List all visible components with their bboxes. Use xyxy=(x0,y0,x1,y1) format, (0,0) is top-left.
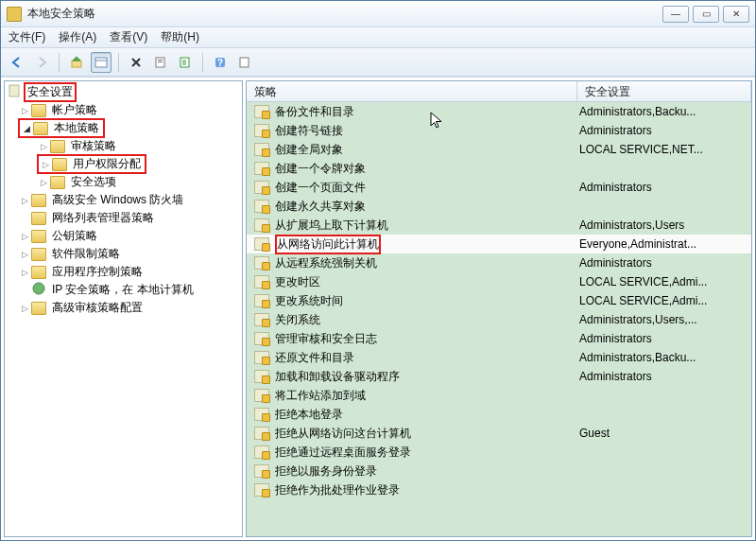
forward-button[interactable] xyxy=(31,52,52,73)
policy-row[interactable]: 拒绝通过远程桌面服务登录 xyxy=(247,443,751,462)
refresh-button[interactable] xyxy=(175,52,196,73)
column-policy[interactable]: 策略 xyxy=(247,81,577,101)
policy-row[interactable]: 加载和卸载设备驱动程序Administrators xyxy=(247,367,751,386)
policy-list[interactable]: 备份文件和目录Administrators,Backu...创建符号链接Admi… xyxy=(247,102,751,536)
tree-node[interactable]: ▷高级审核策略配置 xyxy=(5,299,242,317)
back-button[interactable] xyxy=(7,52,27,73)
policy-label: 创建全局对象 xyxy=(275,142,579,158)
svg-text:?: ? xyxy=(217,58,223,68)
policy-value: LOCAL SERVICE,Admi... xyxy=(579,294,751,307)
policy-row[interactable]: 管理审核和安全日志Administrators xyxy=(247,329,751,348)
tree-node[interactable]: ▷审核策略 xyxy=(5,137,242,155)
policy-row[interactable]: 关闭系统Administrators,Users,... xyxy=(247,310,751,329)
tree-node[interactable]: ▷公钥策略 xyxy=(5,227,242,245)
folder-icon xyxy=(31,212,46,225)
tree-node[interactable]: ▷高级安全 Windows 防火墙 xyxy=(5,191,242,209)
policy-row[interactable]: 备份文件和目录Administrators,Backu... xyxy=(247,102,751,121)
tree-label: 审核策略 xyxy=(69,138,118,154)
maximize-button[interactable]: ▭ xyxy=(693,6,719,23)
policy-value: Administrators xyxy=(579,332,751,345)
policy-row[interactable]: 创建全局对象LOCAL SERVICE,NET... xyxy=(247,140,751,159)
policy-row[interactable]: 还原文件和目录Administrators,Backu... xyxy=(247,348,751,367)
expand-icon[interactable]: ▷ xyxy=(39,142,48,151)
policy-row[interactable]: 拒绝本地登录 xyxy=(247,405,751,424)
up-button[interactable] xyxy=(66,52,87,73)
policy-icon xyxy=(254,445,269,459)
tree-label: 高级审核策略配置 xyxy=(50,300,145,316)
expand-icon[interactable]: ▷ xyxy=(20,196,29,205)
policy-value: Administrators,Users,... xyxy=(579,313,751,326)
policy-label: 从网络访问此计算机 xyxy=(275,235,579,254)
policy-label: 更改时区 xyxy=(275,274,579,290)
delete-button[interactable] xyxy=(126,52,146,73)
window-title: 本地安全策略 xyxy=(27,6,662,22)
tree-node-selected[interactable]: ▷用户权限分配 xyxy=(5,155,242,173)
policy-row[interactable]: 创建符号链接Administrators xyxy=(247,121,751,140)
collapse-icon[interactable]: ◢ xyxy=(22,124,31,133)
policy-value: Administrators xyxy=(579,124,751,137)
policy-label: 从远程系统强制关机 xyxy=(275,255,579,271)
policy-row[interactable]: 拒绝以服务身份登录 xyxy=(247,462,751,480)
tree-node[interactable]: ▷应用程序控制策略 xyxy=(5,263,242,281)
nav-tree[interactable]: 安全设置 ▷帐户策略 ◢本地策略 ▷审核策略 ▷用户权限分配 ▷安全选项 ▷高级… xyxy=(4,80,243,537)
policy-icon xyxy=(254,105,269,118)
tree-label: 用户权限分配 xyxy=(71,156,143,172)
expand-icon[interactable]: ▷ xyxy=(41,160,50,169)
folder-icon xyxy=(31,302,46,315)
expand-icon[interactable]: ▷ xyxy=(20,268,29,277)
svg-rect-5 xyxy=(158,61,163,62)
policy-icon xyxy=(254,464,269,478)
policy-value: LOCAL SERVICE,NET... xyxy=(579,143,751,156)
policy-row[interactable]: 创建永久共享对象 xyxy=(247,197,751,216)
menu-file[interactable]: 文件(F) xyxy=(9,29,45,45)
tree-node[interactable]: ▷软件限制策略 xyxy=(5,245,242,263)
policy-icon xyxy=(254,275,269,288)
export-button[interactable] xyxy=(150,52,171,73)
policy-value: Administrators,Users xyxy=(579,218,751,232)
policy-row[interactable]: 创建一个页面文件Administrators xyxy=(247,178,751,197)
policy-row[interactable]: 从远程系统强制关机Administrators xyxy=(247,253,751,272)
policy-row[interactable]: 拒绝作为批处理作业登录 xyxy=(247,480,751,499)
menu-view[interactable]: 查看(V) xyxy=(110,29,147,45)
titlebar[interactable]: 本地安全策略 — ▭ ✕ xyxy=(1,1,755,27)
policy-label: 拒绝从网络访问这台计算机 xyxy=(275,426,579,442)
policy-row[interactable]: 更改系统时间LOCAL SERVICE,Admi... xyxy=(247,291,751,310)
extra-button[interactable] xyxy=(234,52,255,73)
policy-row[interactable]: 拒绝从网络访问这台计算机Guest xyxy=(247,424,751,443)
expand-icon[interactable]: ▷ xyxy=(39,178,48,187)
tree-node[interactable]: ▷帐户策略 xyxy=(5,101,242,119)
policy-value: Administrators,Backu... xyxy=(579,105,751,118)
policy-row[interactable]: 将工作站添加到域 xyxy=(247,386,751,405)
help-button[interactable]: ? xyxy=(210,52,231,73)
expand-icon[interactable]: ▷ xyxy=(20,232,29,241)
tree-root[interactable]: 安全设置 xyxy=(5,83,242,101)
expand-icon[interactable]: ▷ xyxy=(20,304,29,313)
policy-value: Administrators xyxy=(579,370,751,383)
tree-node[interactable]: IP 安全策略，在 本地计算机 xyxy=(5,281,242,299)
tree-label: 本地策略 xyxy=(52,120,101,136)
tree-node[interactable]: ▷安全选项 xyxy=(5,173,242,191)
close-button[interactable]: ✕ xyxy=(723,6,749,23)
policy-icon xyxy=(254,389,269,402)
body: 安全设置 ▷帐户策略 ◢本地策略 ▷审核策略 ▷用户权限分配 ▷安全选项 ▷高级… xyxy=(1,77,755,540)
policy-icon xyxy=(254,427,269,440)
policy-row[interactable]: 从扩展坞上取下计算机Administrators,Users xyxy=(247,216,751,235)
tree-node[interactable]: ◢本地策略 xyxy=(5,119,242,137)
policy-row[interactable]: 从网络访问此计算机Everyone,Administrat... xyxy=(247,235,751,253)
menu-help[interactable]: 帮助(H) xyxy=(161,29,199,45)
tree-node[interactable]: 网络列表管理器策略 xyxy=(5,209,242,227)
properties-button[interactable] xyxy=(91,52,112,73)
policy-row[interactable]: 更改时区LOCAL SERVICE,Admi... xyxy=(247,272,751,291)
tree-label: 软件限制策略 xyxy=(50,246,122,262)
expand-icon[interactable]: ▷ xyxy=(20,250,29,259)
toolbar-separator xyxy=(202,53,203,72)
tree-root-label: 安全设置 xyxy=(26,85,75,98)
tree-label: 帐户策略 xyxy=(50,102,99,118)
minimize-button[interactable]: — xyxy=(662,6,689,23)
column-setting[interactable]: 安全设置 xyxy=(577,81,751,101)
expand-icon[interactable]: ▷ xyxy=(20,106,29,115)
policy-icon xyxy=(254,294,269,307)
policy-icon xyxy=(254,351,269,364)
policy-row[interactable]: 创建一个令牌对象 xyxy=(247,159,751,178)
menu-operate[interactable]: 操作(A) xyxy=(59,29,96,45)
